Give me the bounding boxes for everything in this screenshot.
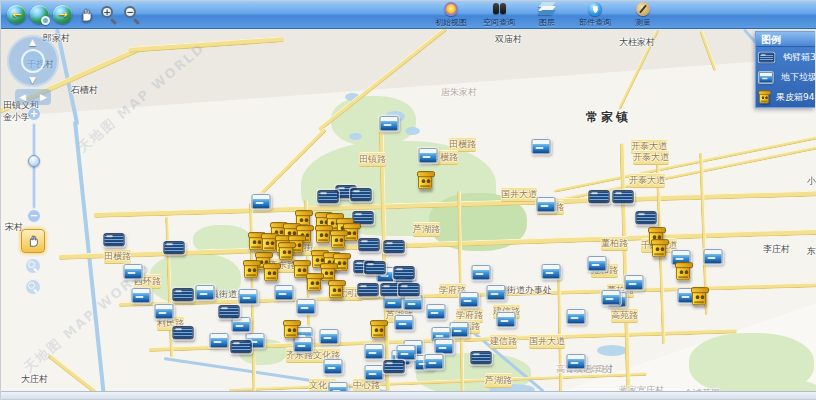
monitor-marker[interactable]	[460, 292, 479, 307]
monitor-marker[interactable]	[297, 299, 316, 314]
slider-zoom-out-button[interactable]: −	[27, 209, 41, 223]
monitor-marker[interactable]	[497, 312, 516, 327]
zoom-box-out-button[interactable]	[25, 279, 41, 295]
monitor-marker[interactable]	[487, 285, 506, 300]
monitor-marker[interactable]	[425, 354, 444, 369]
bin-marker[interactable]	[418, 171, 432, 189]
monitor-marker[interactable]	[232, 317, 251, 332]
pan-up-icon[interactable]: ▲	[29, 37, 36, 47]
zoom-in-icon[interactable]: +	[100, 5, 119, 24]
monitor-marker[interactable]	[567, 354, 586, 369]
forward-view-icon[interactable]: →	[53, 5, 72, 24]
container-marker[interactable]	[173, 326, 194, 339]
pan-control[interactable]: ▲ ▼	[7, 35, 59, 87]
pan-center-button[interactable]	[21, 49, 45, 73]
monitor-marker[interactable]	[588, 256, 607, 271]
measure-button[interactable]: 测量	[626, 2, 660, 28]
container-marker[interactable]	[471, 351, 492, 364]
bin-marker[interactable]	[279, 242, 293, 260]
monitor-marker[interactable]	[427, 304, 446, 319]
monitor-marker[interactable]	[132, 288, 151, 303]
monitor-marker[interactable]	[324, 359, 343, 374]
zoom-box-in-button[interactable]	[25, 258, 41, 274]
container-marker[interactable]	[394, 266, 415, 279]
container-marker[interactable]	[164, 241, 185, 254]
monitor-marker[interactable]	[294, 337, 313, 352]
bin-marker[interactable]	[262, 233, 276, 251]
monitor-marker[interactable]	[124, 264, 143, 279]
container-marker[interactable]	[384, 360, 405, 373]
spatial-query-button[interactable]: 空间查询	[482, 2, 516, 28]
back-view-icon[interactable]: ←	[7, 5, 26, 24]
monitor-marker[interactable]	[210, 333, 229, 348]
pan-tool-button-active[interactable]	[21, 229, 45, 253]
bin-marker[interactable]	[329, 280, 343, 298]
monitor-marker[interactable]	[532, 139, 551, 154]
monitor-marker[interactable]	[365, 365, 384, 380]
monitor-marker[interactable]	[602, 290, 621, 305]
pan-hand-icon[interactable]	[76, 5, 96, 25]
monitor-marker[interactable]	[450, 322, 469, 337]
monitor-marker[interactable]	[567, 309, 586, 324]
monitor-marker[interactable]	[404, 295, 423, 310]
bin-marker[interactable]	[692, 287, 706, 305]
bin-marker[interactable]	[307, 273, 321, 291]
container-marker[interactable]	[589, 190, 610, 203]
monitor-marker[interactable]	[320, 329, 339, 344]
bin-marker[interactable]	[244, 260, 258, 278]
monitor-marker[interactable]	[380, 116, 399, 131]
pan-right-icon[interactable]: ▶	[40, 92, 47, 102]
container-marker[interactable]	[358, 283, 379, 296]
bin-marker[interactable]	[652, 239, 666, 257]
layers-button[interactable]: 图层	[530, 2, 564, 28]
monitor-marker[interactable]	[435, 339, 454, 354]
pan-left-icon[interactable]: ◀	[19, 92, 26, 102]
button-label: 测量	[635, 17, 651, 28]
monitor-marker[interactable]	[472, 265, 491, 280]
container-marker[interactable]	[399, 283, 420, 296]
initial-view-button[interactable]: 初始视图	[434, 2, 468, 28]
container-marker[interactable]	[384, 240, 405, 253]
monitor-marker[interactable]	[625, 275, 644, 290]
slider-zoom-in-button[interactable]: +	[27, 107, 41, 121]
container-marker[interactable]	[351, 188, 372, 201]
world-zoom-icon[interactable]	[30, 5, 49, 24]
zoom-out-icon[interactable]: −	[123, 5, 142, 24]
monitor-marker[interactable]	[365, 344, 384, 359]
monitor-marker[interactable]	[542, 264, 561, 279]
bin-marker[interactable]	[316, 225, 330, 243]
monitor-marker[interactable]	[196, 285, 215, 300]
container-marker[interactable]	[231, 340, 252, 353]
component-query-button[interactable]: 部件查询	[578, 2, 612, 28]
monitor-marker[interactable]	[704, 249, 723, 264]
container-marker[interactable]	[359, 238, 380, 251]
bin-marker[interactable]	[284, 320, 298, 338]
pan-down-icon[interactable]: ▼	[29, 75, 36, 85]
bin-legend-icon	[759, 91, 769, 104]
monitor-marker[interactable]	[395, 315, 414, 330]
monitor-marker[interactable]	[384, 294, 403, 309]
bin-marker[interactable]	[264, 263, 278, 281]
monitor-marker[interactable]	[252, 194, 271, 209]
legend-item-container[interactable]: 钩臂箱39	[756, 47, 815, 67]
container-marker[interactable]	[613, 190, 634, 203]
map-canvas[interactable]: 天地图 MAP WORLD 天地图 MAP WORLD ▲ ▼ ◀ ▶ + −	[1, 29, 816, 393]
container-marker[interactable]	[173, 288, 194, 301]
bin-marker[interactable]	[331, 230, 345, 248]
container-marker[interactable]	[219, 305, 240, 318]
bin-marker[interactable]	[676, 262, 690, 280]
container-marker[interactable]	[365, 261, 386, 274]
monitor-marker[interactable]	[239, 289, 258, 304]
container-marker[interactable]	[318, 190, 339, 203]
container-marker[interactable]	[636, 211, 657, 224]
container-marker[interactable]	[104, 233, 125, 246]
legend-item-bin[interactable]: 果皮箱94	[756, 87, 815, 107]
bin-marker[interactable]	[371, 320, 385, 338]
monitor-marker[interactable]	[275, 285, 294, 300]
monitor-marker[interactable]	[419, 148, 438, 163]
monitor-marker[interactable]	[397, 345, 416, 360]
legend-item-monitor[interactable]: 地下垃圾桶	[756, 67, 815, 87]
monitor-marker[interactable]	[537, 197, 556, 212]
monitor-marker[interactable]	[155, 304, 174, 319]
slider-handle[interactable]	[28, 155, 40, 167]
